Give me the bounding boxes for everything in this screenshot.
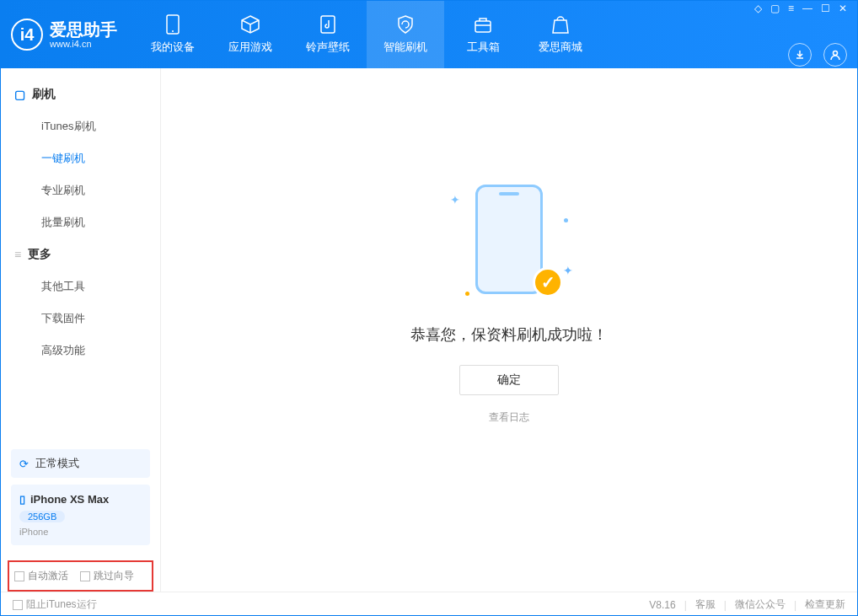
sidebar-item-oneclick-flash[interactable]: 一键刷机 [1, 142, 160, 174]
check-update-link[interactable]: 检查更新 [805, 597, 845, 612]
device-name-label: iPhone XS Max [30, 493, 109, 506]
group-label: 刷机 [32, 87, 56, 102]
device-card[interactable]: ▯ iPhone XS Max 256GB iPhone [11, 485, 150, 545]
view-log-link[interactable]: 查看日志 [489, 410, 529, 425]
device-type-label: iPhone [19, 527, 142, 537]
mode-label: 正常模式 [35, 456, 79, 471]
sidebar: ▢ 刷机 iTunes刷机 一键刷机 专业刷机 批量刷机 ≡ 更多 其他工具 下… [1, 68, 161, 592]
group-label: 更多 [28, 247, 51, 262]
nav-tabs: 我的设备 应用游戏 铃声壁纸 智能刷机 工具箱 爱思商城 [134, 1, 599, 68]
checkbox-icon [13, 600, 23, 610]
menu-icon[interactable]: ≡ [788, 3, 794, 14]
tab-apps-games[interactable]: 应用游戏 [212, 1, 289, 68]
checkbox-icon [14, 571, 24, 581]
checkbox-skip-guide[interactable]: 跳过向导 [80, 569, 134, 583]
svg-point-4 [834, 51, 838, 56]
svg-point-1 [172, 30, 174, 32]
tab-flash[interactable]: 智能刷机 [367, 1, 444, 68]
mode-card[interactable]: ⟳ 正常模式 [11, 449, 150, 478]
logo-icon: i4 [11, 19, 43, 51]
svg-rect-3 [475, 21, 491, 32]
success-illustration: ✦ ✦ ✓ [450, 185, 568, 303]
dot-icon [564, 218, 568, 222]
dot-icon [465, 292, 469, 296]
sparkle-icon: ✦ [563, 264, 573, 277]
sidebar-item-other-tools[interactable]: 其他工具 [1, 271, 160, 303]
sidebar-item-download-firmware[interactable]: 下载固件 [1, 303, 160, 335]
user-button[interactable] [823, 43, 847, 67]
separator: | [684, 599, 687, 611]
support-link[interactable]: 客服 [695, 597, 716, 612]
device-small-icon: ▢ [14, 88, 25, 101]
checkbox-block-itunes[interactable]: 阻止iTunes运行 [13, 597, 97, 612]
sidebar-item-pro-flash[interactable]: 专业刷机 [1, 174, 160, 206]
checkbox-icon [80, 571, 90, 581]
phone-small-icon: ▯ [19, 493, 25, 506]
sidebar-item-advanced[interactable]: 高级功能 [1, 335, 160, 367]
checkbox-label: 自动激活 [28, 569, 68, 583]
tab-ringtones[interactable]: 铃声壁纸 [289, 1, 367, 68]
main-content: ✦ ✦ ✓ 恭喜您，保资料刷机成功啦！ 确定 查看日志 [161, 68, 857, 592]
highlighted-checkbox-row: 自动激活 跳过向导 [8, 560, 153, 592]
status-bar: 阻止iTunes运行 V8.16 | 客服 | 微信公众号 | 检查更新 [1, 592, 857, 616]
sidebar-item-batch-flash[interactable]: 批量刷机 [1, 206, 160, 238]
sidebar-group-flash: ▢ 刷机 [1, 78, 160, 110]
feedback-icon[interactable]: ▢ [770, 3, 780, 14]
window-controls: ◇ ▢ ≡ — ☐ ✕ [754, 3, 847, 14]
app-title: 爱思助手 [50, 20, 117, 39]
app-url: www.i4.cn [50, 39, 117, 49]
sparkle-icon: ✦ [450, 193, 460, 206]
separator: | [724, 599, 727, 611]
music-file-icon [318, 14, 338, 35]
checkbox-auto-activate[interactable]: 自动激活 [14, 569, 68, 583]
tab-label: 工具箱 [467, 40, 500, 55]
bag-icon [550, 14, 571, 35]
separator: | [794, 599, 796, 611]
checkbox-label: 跳过向导 [94, 569, 134, 583]
checkmark-badge-icon: ✓ [533, 267, 563, 297]
maximize-button[interactable]: ☐ [821, 3, 830, 14]
skin-icon[interactable]: ◇ [754, 3, 762, 14]
svg-rect-2 [321, 16, 335, 33]
tab-store[interactable]: 爱思商城 [522, 1, 599, 68]
sidebar-item-itunes-flash[interactable]: iTunes刷机 [1, 110, 160, 142]
phone-icon [163, 14, 183, 35]
tab-my-device[interactable]: 我的设备 [134, 1, 212, 68]
tab-label: 铃声壁纸 [306, 40, 350, 55]
success-message: 恭喜您，保资料刷机成功啦！ [410, 324, 608, 345]
version-label: V8.16 [649, 599, 675, 611]
tab-label: 爱思商城 [539, 40, 582, 55]
cube-icon [240, 14, 260, 35]
toolbox-icon [473, 14, 493, 35]
refresh-icon: ⟳ [19, 458, 29, 470]
list-icon: ≡ [14, 248, 21, 261]
checkbox-label: 阻止iTunes运行 [26, 597, 97, 612]
tab-label: 应用游戏 [228, 40, 272, 55]
shield-refresh-icon [395, 14, 416, 35]
minimize-button[interactable]: — [802, 3, 812, 14]
sidebar-group-more: ≡ 更多 [1, 238, 160, 271]
app-header: i4 爱思助手 www.i4.cn 我的设备 应用游戏 铃声壁纸 智能刷机 工具… [1, 1, 857, 68]
ok-button[interactable]: 确定 [459, 365, 559, 395]
logo-area: i4 爱思助手 www.i4.cn [11, 19, 117, 51]
wechat-link[interactable]: 微信公众号 [735, 597, 786, 612]
tab-toolbox[interactable]: 工具箱 [444, 1, 522, 68]
storage-badge: 256GB [19, 511, 65, 522]
tab-label: 智能刷机 [383, 40, 427, 55]
close-button[interactable]: ✕ [839, 3, 847, 14]
tab-label: 我的设备 [151, 40, 195, 55]
download-button[interactable] [788, 43, 812, 67]
